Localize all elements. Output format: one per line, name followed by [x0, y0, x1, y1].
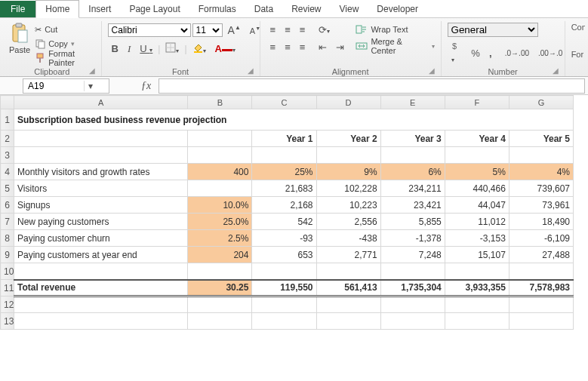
cell[interactable]: 44,047 [445, 197, 509, 214]
comma-format-button[interactable]: , [485, 46, 496, 60]
align-bottom-button[interactable]: ≡ [296, 23, 309, 37]
formula-input[interactable] [159, 78, 585, 94]
cell[interactable]: 2.5% [188, 230, 252, 247]
cell[interactable] [252, 313, 316, 330]
cell[interactable] [380, 297, 445, 313]
col-header[interactable]: A [14, 96, 188, 109]
row-header[interactable]: 8 [1, 230, 14, 247]
cell[interactable] [188, 297, 252, 313]
cell[interactable]: -1,378 [380, 230, 445, 247]
row-header[interactable]: 6 [1, 197, 14, 214]
align-middle-button[interactable]: ≡ [281, 23, 294, 37]
align-right-button[interactable]: ≡ [296, 40, 309, 54]
row-header[interactable]: 1 [1, 109, 14, 131]
cell[interactable]: 18,490 [509, 214, 573, 230]
alignment-dialog-launcher[interactable]: ◢ [429, 66, 435, 75]
row-header[interactable]: 3 [1, 147, 14, 164]
tab-home[interactable]: Home [35, 0, 79, 18]
cell[interactable] [509, 297, 573, 313]
cut-button[interactable]: ✂ Cut [35, 23, 94, 36]
cell[interactable]: 25% [252, 164, 316, 180]
row-header[interactable]: 12 [1, 297, 14, 313]
cell[interactable]: 23,421 [380, 197, 445, 214]
cell[interactable] [445, 263, 509, 280]
tab-data[interactable]: Data [245, 1, 282, 17]
cell[interactable] [14, 131, 188, 147]
cell[interactable]: Year 1 [252, 131, 316, 147]
decrease-decimal-button[interactable]: .00→.0 [534, 48, 566, 59]
select-all-corner[interactable] [1, 96, 14, 109]
tab-developer[interactable]: Developer [368, 1, 427, 17]
cell[interactable]: 10.0% [188, 197, 252, 214]
cell[interactable]: Year 3 [380, 131, 445, 147]
increase-decimal-button[interactable]: .0→.00 [501, 48, 533, 59]
paste-button[interactable]: Paste [9, 23, 30, 54]
font-name-select[interactable]: Calibri [108, 23, 191, 37]
cell[interactable] [188, 263, 252, 280]
cell[interactable]: 119,550 [252, 280, 316, 297]
cell[interactable]: 653 [252, 247, 316, 263]
col-header[interactable]: B [188, 96, 252, 109]
cell[interactable]: 102,228 [316, 180, 380, 197]
cell[interactable]: 440,466 [445, 180, 509, 197]
cell[interactable]: -93 [252, 230, 316, 247]
col-header[interactable]: D [316, 96, 380, 109]
cell[interactable]: 7,248 [380, 247, 445, 263]
cell[interactable]: 21,683 [252, 180, 316, 197]
align-center-button[interactable]: ≡ [281, 40, 294, 54]
spreadsheet-grid[interactable]: A B C D E F G 1 Subscription based busin… [0, 95, 588, 330]
cell[interactable] [14, 313, 188, 330]
merge-center-button[interactable]: Merge & Center▾ [356, 39, 434, 53]
row-header[interactable]: 2 [1, 131, 14, 147]
number-format-select[interactable]: General [448, 23, 538, 37]
cell[interactable]: 11,012 [445, 214, 509, 230]
cell[interactable] [380, 263, 445, 280]
cell[interactable]: 2,771 [316, 247, 380, 263]
row-header[interactable]: 5 [1, 180, 14, 197]
cell[interactable] [445, 147, 509, 164]
cell[interactable]: 7,578,983 [509, 280, 573, 297]
cell[interactable] [316, 297, 380, 313]
wrap-text-button[interactable]: Wrap Text [356, 23, 434, 36]
name-box-input[interactable] [23, 80, 84, 92]
cell[interactable]: New paying customers [14, 214, 188, 230]
cell[interactable] [445, 313, 509, 330]
font-dialog-launcher[interactable]: ◢ [248, 66, 254, 75]
tab-review[interactable]: Review [282, 1, 330, 17]
clipboard-dialog-launcher[interactable]: ◢ [89, 66, 95, 75]
cell[interactable]: 27,488 [509, 247, 573, 263]
cell[interactable]: 561,413 [316, 280, 380, 297]
cell[interactable] [380, 147, 445, 164]
cell[interactable] [188, 147, 252, 164]
cell[interactable]: Visitors [14, 180, 188, 197]
cell[interactable]: 73,961 [509, 197, 573, 214]
align-left-button[interactable]: ≡ [266, 40, 280, 54]
cell[interactable]: 25.0% [188, 214, 252, 230]
cell[interactable] [188, 180, 252, 197]
cell[interactable] [509, 147, 573, 164]
cell[interactable] [188, 131, 252, 147]
cell[interactable]: 15,107 [445, 247, 509, 263]
row-header[interactable]: 4 [1, 164, 14, 180]
decrease-indent-button[interactable]: ⇤ [315, 40, 331, 54]
tab-formulas[interactable]: Formulas [189, 1, 245, 17]
increase-indent-button[interactable]: ⇥ [332, 40, 348, 54]
col-header[interactable]: F [445, 96, 509, 109]
cell[interactable]: -6,109 [509, 230, 573, 247]
cell[interactable]: 234,211 [380, 180, 445, 197]
cell[interactable]: 739,607 [509, 180, 573, 197]
cell[interactable]: 10,223 [316, 197, 380, 214]
number-dialog-launcher[interactable]: ◢ [553, 66, 559, 75]
borders-button[interactable]: ▾ [162, 41, 183, 57]
cell[interactable]: Year 4 [445, 131, 509, 147]
cell[interactable] [252, 297, 316, 313]
tab-file[interactable]: File [0, 1, 35, 17]
col-header[interactable]: E [380, 96, 445, 109]
cell[interactable]: Monthly visitors and growth rates [14, 164, 188, 180]
cell[interactable] [445, 297, 509, 313]
cell[interactable]: 5% [445, 164, 509, 180]
bold-button[interactable]: B [108, 41, 122, 56]
row-header[interactable]: 9 [1, 247, 14, 263]
cell[interactable]: 9% [316, 164, 380, 180]
cell[interactable] [14, 263, 188, 280]
